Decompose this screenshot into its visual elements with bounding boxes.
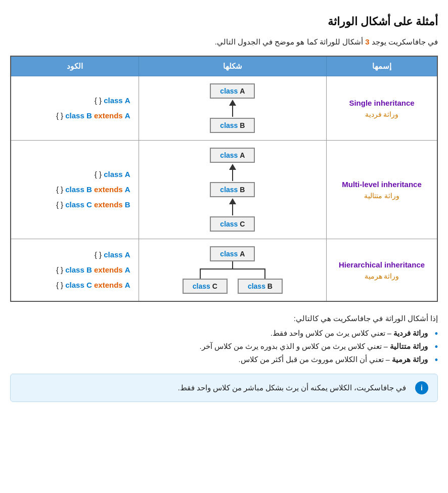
code-line-3-hier: class C extends A { } [19, 278, 130, 293]
class-box-C-multi: class C [210, 216, 255, 232]
code-line-2-hier: class B extends A { } [19, 262, 130, 278]
shape-cell-multilevel: class A class B class C [139, 141, 326, 239]
info-box: i في جافاسكريت، الكلاس يمكنه أن يرث بشكل… [10, 374, 438, 402]
code-line-3-multi: class C extends B { } [19, 197, 130, 212]
name-ar-multilevel: وراثة متتالية [335, 192, 429, 200]
class-box-B-multi: class B [210, 182, 255, 197]
arrow-multi-2 [229, 198, 236, 215]
inheritance-table: إسمها شكلها الكود Single inheritance ورا… [10, 56, 438, 302]
name-en-hier: Hierarchical inheritance [335, 260, 429, 269]
summary-term-hier: وراثة هرمية [392, 355, 428, 364]
name-en-single: Single inheritance [335, 99, 429, 107]
code-line-1-hier: class A { } [19, 247, 130, 262]
hier-top-line [232, 261, 233, 268]
hier-h-bar [200, 268, 265, 270]
class-box-A-multi: class A [210, 148, 255, 163]
arrowhead-multi-1 [229, 164, 236, 170]
summary-term-multilevel: وراثة متتالية [390, 342, 428, 350]
name-cell-multilevel: Multi-level inheritance وراثة متتالية [327, 141, 437, 239]
diagram-hierarchical: class A [147, 246, 318, 294]
arrowhead-single [229, 100, 236, 106]
summary-text-multilevel: – تعني كلاس يرث من كلاس و الذي بدوره يرث… [200, 342, 390, 350]
arrowline-multi-1 [232, 170, 233, 181]
hier-horiz-line [200, 268, 265, 270]
arrowline-multi-2 [232, 204, 233, 215]
code-line-1-single: class A { } [19, 93, 130, 108]
hier-legs [200, 270, 265, 279]
table-header-name: إسمها [327, 56, 437, 76]
code-cell-multilevel: class A { } class B extends A { } class … [11, 141, 139, 239]
hier-leg-right [200, 270, 201, 279]
summary-item-hier: وراثة هرمية – تعني أن الكلاس موروث من قب… [10, 355, 438, 364]
summary-text-hier: – تعني أن الكلاس موروث من قبل أكثر من كل… [239, 355, 392, 364]
class-box-A-single: class A [210, 83, 255, 99]
diagram-multilevel: class A class B class C [147, 148, 318, 232]
summary-item-single: وراثة فردية – تعني كلاس يرث من كلاس واحد… [10, 329, 438, 337]
intro-suffix: أشكال للوراثة كما هو موضح في الجدول التا… [215, 37, 366, 46]
class-box-A-hier: class A [210, 246, 255, 261]
code-cell-single: class A { } class B extends A { } [11, 76, 139, 141]
intro-text: في جافاسكريت يوجد 3 أشكال للوراثة كما هو… [10, 37, 438, 47]
name-en-multilevel: Multi-level inheritance [335, 180, 429, 189]
name-cell-single: Single inheritance وراثة فردية [327, 76, 437, 141]
name-cell-hier: Hierarchical inheritance وراثة هرمية [327, 239, 437, 302]
summary-term-single: وراثة فردية [393, 329, 428, 337]
name-ar-single: وراثة فردية [335, 110, 429, 118]
hier-bottom-row: class B class C [183, 279, 283, 294]
summary-intro: إذا أشكال الوراثة في جافاسكريت هي كالتال… [10, 314, 438, 323]
shape-cell-single: class A class B [139, 76, 326, 141]
class-box-C-hier: class C [183, 279, 228, 294]
intro-prefix: في جافاسكريت يوجد [369, 37, 438, 46]
arrow-multi-1 [229, 164, 236, 181]
summary-list: وراثة فردية – تعني كلاس يرث من كلاس واحد… [10, 329, 438, 364]
info-text: في جافاسكريت، الكلاس يمكنه أن يرث بشكل م… [178, 384, 406, 392]
summary-section: إذا أشكال الوراثة في جافاسكريت هي كالتال… [10, 314, 438, 364]
table-row-single: Single inheritance وراثة فردية class A c… [11, 76, 437, 141]
code-cell-hier: class A { } class B extends A { } class … [11, 239, 139, 302]
table-header-shape: شكلها [139, 56, 326, 76]
page-title: أمثلة على أشكال الوراثة [10, 15, 438, 28]
info-icon: i [415, 381, 428, 394]
arrow-single [229, 100, 236, 117]
shape-cell-hier: class A [139, 239, 326, 302]
arrowhead-multi-2 [229, 198, 236, 204]
code-line-1-multi: class A { } [19, 167, 130, 182]
arrowline-single [232, 106, 233, 117]
code-line-2-single: class B extends A { } [19, 108, 130, 123]
diagram-single: class A class B [147, 83, 318, 133]
name-ar-hier: وراثة هرمية [335, 272, 429, 280]
summary-item-multilevel: وراثة متتالية – تعني كلاس يرث من كلاس و … [10, 342, 438, 350]
table-header-code: الكود [11, 56, 139, 76]
table-row-hierarchical: Hierarchical inheritance وراثة هرمية cla… [11, 239, 437, 302]
hier-leg-left [264, 270, 265, 279]
summary-text-single: – تعني كلاس يرث من كلاس واحد فقط. [271, 329, 393, 337]
table-row-multilevel: Multi-level inheritance وراثة متتالية cl… [11, 141, 437, 239]
class-box-B-hier: class B [238, 279, 283, 294]
hier-connector [200, 261, 265, 279]
class-box-B-single: class B [210, 118, 255, 133]
code-line-2-multi: class B extends A { } [19, 182, 130, 197]
